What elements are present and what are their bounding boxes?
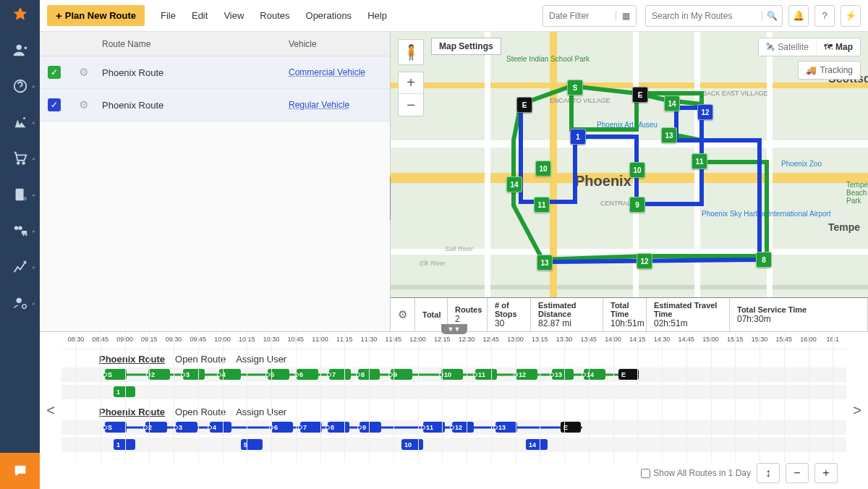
- nav-routes[interactable]: ▸: [0, 104, 40, 140]
- nav-help[interactable]: ▸: [0, 68, 40, 104]
- map[interactable]: Steele Indian School Park Phoenix Art Mu…: [391, 32, 868, 297]
- map-stop-marker[interactable]: 13: [537, 255, 553, 271]
- timeline-stop[interactable]: 8: [328, 422, 349, 433]
- nav-book[interactable]: ▸: [0, 177, 40, 213]
- svg-point-3: [22, 162, 25, 164]
- satellite-toggle[interactable]: 🛰Satellite: [759, 38, 817, 56]
- map-stop-marker[interactable]: 14: [506, 177, 522, 192]
- timeline-prev[interactable]: <: [40, 332, 61, 489]
- zoom-out-button[interactable]: −: [399, 94, 423, 116]
- timeline-stop[interactable]: 12: [516, 369, 537, 380]
- menu-view[interactable]: View: [224, 10, 244, 21]
- timeline-stop[interactable]: 10: [441, 369, 463, 380]
- help-icon[interactable]: ?: [814, 5, 835, 27]
- summary-val: 82.87 mi: [538, 318, 595, 328]
- search-input[interactable]: [646, 11, 762, 21]
- timeline-stop[interactable]: 14: [526, 439, 548, 450]
- timeline-stop[interactable]: 14: [584, 369, 605, 380]
- assign-user-link[interactable]: Assign User: [236, 354, 286, 365]
- date-filter-input[interactable]: [543, 11, 616, 21]
- tracking-button[interactable]: 🚚Tracking: [798, 61, 861, 80]
- timeline-stop[interactable]: 3: [183, 369, 205, 380]
- route-checkbox[interactable]: ✓: [48, 98, 61, 111]
- map-stop-marker[interactable]: 12: [637, 253, 652, 269]
- map-stop-marker[interactable]: 12: [697, 104, 713, 120]
- timeline-stop[interactable]: E: [618, 369, 639, 380]
- timeline-zoom-in[interactable]: +: [814, 463, 838, 483]
- map-stop-marker[interactable]: 1: [570, 129, 586, 145]
- route-checkbox[interactable]: ✓: [48, 66, 61, 79]
- gear-icon[interactable]: ⚙: [69, 66, 98, 79]
- timeline-stop[interactable]: 11: [475, 369, 497, 380]
- timeline-route-name[interactable]: Phoenix Route: [99, 407, 165, 417]
- timeline-fit-button[interactable]: ↕: [757, 463, 780, 483]
- timeline-stop[interactable]: S: [105, 422, 127, 433]
- timeline-zoom-out[interactable]: −: [786, 463, 809, 483]
- timeline-stop[interactable]: 2: [148, 369, 170, 380]
- timeline-stop[interactable]: 13: [552, 369, 574, 380]
- map-stop-marker[interactable]: 13: [661, 127, 677, 143]
- timeline-stop[interactable]: S: [105, 369, 127, 380]
- menu-edit[interactable]: Edit: [192, 10, 208, 21]
- collapse-timeline-handle[interactable]: ▼▼: [441, 324, 467, 334]
- vehicle-link[interactable]: Regular Vehicle: [289, 100, 390, 110]
- map-stop-marker[interactable]: 11: [692, 153, 707, 169]
- map-settings-button[interactable]: Map Settings: [431, 38, 501, 55]
- map-stop-marker[interactable]: 8: [756, 252, 772, 268]
- plan-new-route-button[interactable]: +Plan New Route: [47, 5, 145, 26]
- timeline-stop[interactable]: 13: [495, 422, 517, 433]
- timeline-stop[interactable]: 4: [210, 422, 231, 433]
- pegman-icon[interactable]: 🧍: [398, 39, 424, 65]
- open-route-link[interactable]: Open Route: [175, 354, 226, 365]
- route-row[interactable]: ✓ ⚙ Phoenix Route Commercial Vehicle: [40, 56, 390, 89]
- nav-fleet[interactable]: ▸: [0, 213, 40, 249]
- map-stop-marker[interactable]: 11: [534, 197, 550, 213]
- nav-analytics[interactable]: ▸: [0, 249, 40, 285]
- nav-user-settings[interactable]: ▸: [0, 285, 40, 321]
- assign-user-link[interactable]: Assign User: [236, 407, 286, 417]
- timeline-route-name[interactable]: Phoenix Route: [99, 354, 165, 365]
- menu-file[interactable]: File: [161, 10, 176, 21]
- timeline-stop[interactable]: 12: [452, 422, 474, 433]
- menu-help[interactable]: Help: [367, 10, 387, 21]
- timeline-stop[interactable]: 7: [300, 422, 322, 433]
- bell-icon[interactable]: 🔔: [788, 5, 809, 27]
- menu-routes[interactable]: Routes: [260, 10, 289, 21]
- summary-gear-icon[interactable]: ⚙: [391, 298, 415, 331]
- vehicle-link[interactable]: Commercial Vehicle: [289, 67, 390, 77]
- timeline-stop[interactable]: 3: [176, 422, 197, 433]
- show-all-checkbox[interactable]: Show All Routes in 1 Day: [641, 468, 751, 478]
- open-route-link[interactable]: Open Route: [175, 407, 226, 417]
- map-stop-marker[interactable]: 9: [629, 197, 645, 213]
- lightning-icon[interactable]: ⚡: [841, 5, 861, 27]
- gear-icon[interactable]: ⚙: [69, 98, 98, 111]
- summary-val: 02h:51m: [654, 318, 722, 328]
- main-menu: File Edit View Routes Operations Help: [161, 10, 387, 21]
- map-stop-marker[interactable]: 10: [629, 162, 645, 178]
- route-row[interactable]: ✓ ⚙ Phoenix Route Regular Vehicle: [40, 89, 390, 122]
- map-stop-marker[interactable]: 14: [664, 95, 680, 111]
- search-box[interactable]: 🔍: [645, 5, 783, 27]
- map-toggle[interactable]: 🗺Map: [817, 38, 860, 56]
- timeline-stop[interactable]: 7: [329, 369, 351, 380]
- timeline-stop[interactable]: 6: [297, 369, 318, 380]
- search-icon[interactable]: 🔍: [762, 11, 782, 21]
- timeline-stop[interactable]: 9: [359, 422, 381, 433]
- timeline-next[interactable]: >: [846, 332, 868, 489]
- map-end-marker[interactable]: E: [516, 97, 532, 113]
- timeline-stop[interactable]: 6: [271, 422, 293, 433]
- timeline-stop[interactable]: 5: [241, 439, 263, 450]
- calendar-icon[interactable]: ▦: [616, 11, 636, 21]
- city-label: Tempe: [828, 221, 860, 233]
- timeline-stop[interactable]: 10: [401, 439, 423, 450]
- chat-button[interactable]: [0, 453, 40, 489]
- zoom-in-button[interactable]: +: [399, 72, 423, 94]
- map-stop-marker[interactable]: S: [567, 80, 583, 95]
- nav-add-user[interactable]: [0, 32, 40, 68]
- map-end-marker[interactable]: E: [632, 87, 648, 103]
- svg-point-9: [22, 234, 25, 236]
- menu-operations[interactable]: Operations: [306, 10, 352, 21]
- date-filter[interactable]: ▦: [542, 5, 637, 27]
- nav-cart[interactable]: ▸: [0, 140, 40, 177]
- map-stop-marker[interactable]: 10: [535, 161, 551, 177]
